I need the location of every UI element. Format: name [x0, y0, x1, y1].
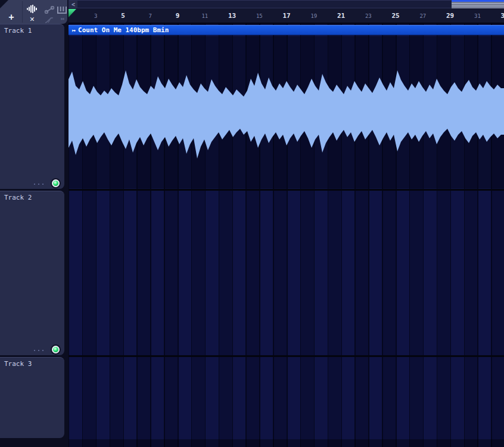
clip-stretch-icon: ↦ [72, 27, 76, 33]
track-name-label[interactable]: Track 2 [4, 194, 32, 201]
audio-clip-header[interactable]: ↦ Count On Me 140bpm Bmin [69, 25, 504, 35]
ruler-bar-number: 5 [117, 12, 129, 20]
clip-title: Count On Me 140bpm Bmin [78, 26, 169, 34]
audio-clip[interactable]: ↦ Count On Me 140bpm Bmin [69, 25, 504, 188]
ruler-bar-number: 33 [499, 12, 504, 20]
track-header-3[interactable]: Track 3 [0, 357, 64, 438]
ruler-bar-number: 31 [471, 13, 483, 19]
track-name-label[interactable]: Track 3 [4, 360, 32, 368]
track-header-1[interactable]: Track 1 [0, 24, 64, 189]
ruler-bar-number: 13 [226, 12, 238, 20]
ruler-bar-number: 9 [172, 12, 183, 20]
track-enable-led-icon[interactable] [52, 179, 60, 187]
stretch-tool-icon[interactable]: ↔ [57, 15, 68, 23]
audio-clip-waveform-area[interactable] [69, 36, 504, 188]
waveform-graphic [69, 36, 504, 188]
ruler-bar-number: 11 [199, 13, 211, 19]
ruler-bar-number: 21 [335, 12, 347, 20]
ruler-bar-number: 3 [90, 13, 102, 19]
automation-curve-icon[interactable] [44, 15, 55, 26]
track-options-dots-icon[interactable] [34, 350, 43, 351]
ruler-bar-number: 7 [144, 13, 156, 19]
playhead-marker-icon[interactable] [69, 9, 77, 18]
ruler-bar-number: 17 [281, 12, 293, 20]
ruler-bar-number: 27 [417, 13, 429, 19]
ruler-bar-number: 15 [253, 13, 265, 19]
scroll-left-button[interactable]: < [69, 1, 77, 8]
bottom-shade [0, 439, 504, 447]
track-name-label[interactable]: Track 1 [4, 27, 32, 35]
horizontal-scrollbar[interactable] [69, 0, 504, 8]
playlist-toolbar: + [0, 0, 67, 24]
ruler-bar-number: 25 [390, 12, 402, 20]
ruler-bar-number: 23 [362, 13, 374, 19]
playlist-window: ↦ Count On Me 140bpm Bmin 35791113151719… [0, 0, 504, 447]
track-divider [0, 355, 504, 357]
toolbar-corner-cut [0, 0, 8, 8]
ruler-bar-number: 19 [308, 13, 320, 19]
playlist-lane-track3[interactable] [69, 357, 504, 447]
add-button[interactable]: + [5, 12, 18, 23]
toolbar-seam [22, 1, 23, 23]
ruler-bar-number: 29 [444, 12, 456, 20]
scrollbar-accent-bar [452, 0, 504, 2]
track-options-dots-icon[interactable] [34, 184, 43, 185]
track-header-column: Track 1 Track 2 Track 3 [0, 24, 69, 447]
track-enable-led-icon[interactable] [52, 346, 60, 353]
track-header-2[interactable]: Track 2 [0, 191, 64, 355]
timeline-ruler[interactable]: 3579111315171921232527293133 [69, 8, 504, 24]
playlist-lane-track2[interactable] [69, 191, 504, 355]
track-divider [0, 189, 504, 191]
delete-icon[interactable]: ✕ [26, 14, 38, 23]
